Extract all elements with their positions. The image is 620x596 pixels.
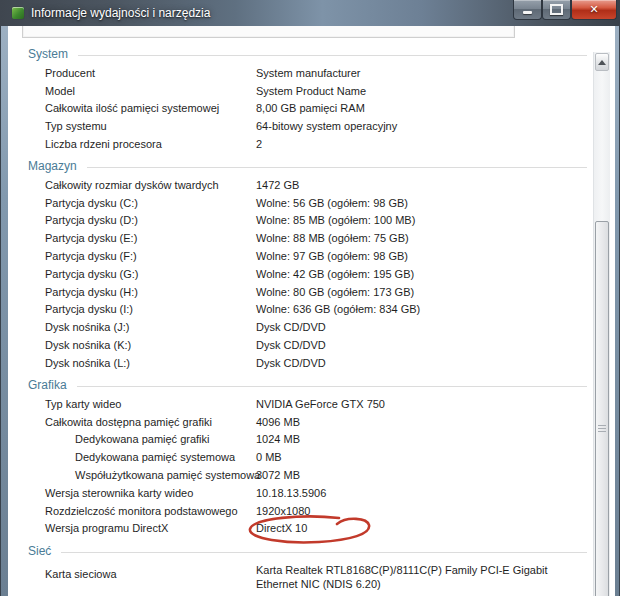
info-row: Dysk nośnika (L:)Dysk CD/DVD <box>28 354 587 372</box>
info-row: Typ systemu64-bitowy system operacyjny <box>28 117 587 135</box>
triangle-up-icon <box>598 60 606 65</box>
minimize-icon <box>523 11 532 14</box>
row-label: Wersja programu DirectX <box>45 522 168 534</box>
info-row: Partycja dysku (G:)Wolne: 42 GB (ogółem:… <box>28 265 587 283</box>
section-divider <box>87 167 587 168</box>
section-network: Sieć Karta sieciowaKarta Realtek RTL8168… <box>28 541 587 593</box>
info-row: Typ karty wideoNVIDIA GeForce GTX 750 <box>28 395 587 413</box>
info-row: Dysk nośnika (K:)Dysk CD/DVD <box>28 336 587 354</box>
row-label: Dedykowana pamięć grafiki <box>45 433 210 445</box>
info-row: Partycja dysku (I:)Wolne: 636 GB (ogółem… <box>28 301 587 319</box>
row-value: 8,00 GB pamięci RAM <box>256 102 365 114</box>
section-system: System ProducentSystem manufacturerModel… <box>28 44 587 153</box>
section-header: Sieć <box>28 541 587 561</box>
row-value: Dysk CD/DVD <box>256 339 326 351</box>
section-title: System <box>28 47 68 61</box>
scrolled-box-bottom-edge <box>22 26 515 38</box>
section-rows: ProducentSystem manufacturerModelSystem … <box>28 64 587 153</box>
row-label: Wersja sterownika karty wideo <box>45 487 193 499</box>
content-area: System ProducentSystem manufacturerModel… <box>8 26 615 596</box>
row-value: NVIDIA GeForce GTX 750 <box>256 398 385 410</box>
info-row: Współużytkowana pamięć systemowa3072 MB <box>28 466 587 484</box>
info-row: Wersja sterownika karty wideo10.18.13.59… <box>28 484 587 502</box>
row-value: 10.18.13.5906 <box>256 487 326 499</box>
section-header: Magazyn <box>28 156 587 176</box>
section-rows: Typ karty wideoNVIDIA GeForce GTX 750Cał… <box>28 395 587 537</box>
row-label: Całkowity rozmiar dysków twardych <box>45 179 219 191</box>
info-row: Partycja dysku (F:)Wolne: 97 GB (ogółem:… <box>28 247 587 265</box>
row-value: Karta Realtek RTL8168C(P)/8111C(P) Famil… <box>256 564 556 591</box>
scrollbar-grip-icon <box>598 425 606 433</box>
close-icon: ✕ <box>589 4 598 15</box>
close-button[interactable]: ✕ <box>571 0 617 20</box>
info-row: ModelSystem Product Name <box>28 82 587 100</box>
row-label: Partycja dysku (G:) <box>45 268 139 280</box>
info-row: Partycja dysku (C:)Wolne: 56 GB (ogółem:… <box>28 194 587 212</box>
info-row: ProducentSystem manufacturer <box>28 64 587 82</box>
info-row: Całkowity rozmiar dysków twardych1472 GB <box>28 176 587 194</box>
row-value: Wolne: 80 GB (ogółem: 173 GB) <box>256 286 414 298</box>
section-rows: Całkowity rozmiar dysków twardych1472 GB… <box>28 176 587 372</box>
row-label: Całkowita ilość pamięci systemowej <box>45 102 219 114</box>
section-header: System <box>28 44 587 64</box>
row-label: Model <box>45 85 75 97</box>
row-value: Wolne: 85 MB (ogółem: 100 MB) <box>256 214 415 226</box>
row-label: Partycja dysku (H:) <box>45 286 138 298</box>
info-row: Liczba rdzeni procesora2 <box>28 135 587 153</box>
section-rows: Karta sieciowaKarta Realtek RTL8168C(P)/… <box>28 561 587 593</box>
info-row: Dedykowana pamięć systemowa0 MB <box>28 448 587 466</box>
titlebar[interactable]: Informacje wydajności i narzędzia ✕ <box>0 0 620 27</box>
section-divider <box>77 386 587 387</box>
row-value: System manufacturer <box>256 67 361 79</box>
performance-info-window: Informacje wydajności i narzędzia ✕ Syst… <box>0 0 620 596</box>
scrollbar-up-button[interactable] <box>595 53 609 71</box>
row-value: 1920x1080 <box>256 505 310 517</box>
row-label: Dedykowana pamięć systemowa <box>45 451 235 463</box>
scrollbar-thumb[interactable] <box>595 221 609 596</box>
row-label: Partycja dysku (C:) <box>45 197 138 209</box>
window-controls: ✕ <box>513 0 617 20</box>
window-border-left <box>0 26 8 596</box>
row-value: Wolne: 636 GB (ogółem: 834 GB) <box>256 303 420 315</box>
info-row: Partycja dysku (H:)Wolne: 80 GB (ogółem:… <box>28 283 587 301</box>
row-value: Dysk CD/DVD <box>256 357 326 369</box>
row-value: Wolne: 42 GB (ogółem: 195 GB) <box>256 268 414 280</box>
section-title: Magazyn <box>28 159 77 173</box>
vertical-scrollbar[interactable] <box>593 52 610 596</box>
maximize-button[interactable] <box>542 0 571 20</box>
info-row: Partycja dysku (E:)Wolne: 88 MB (ogółem:… <box>28 229 587 247</box>
section-title: Grafika <box>28 378 67 392</box>
info-row: Rozdzielczość monitora podstawowego1920x… <box>28 502 587 520</box>
section-divider <box>61 552 587 553</box>
row-value: System Product Name <box>256 85 366 97</box>
section-title: Sieć <box>28 544 51 558</box>
row-label: Dysk nośnika (L:) <box>45 357 130 369</box>
row-value: 0 MB <box>256 451 282 463</box>
row-value: DirectX 10 <box>256 522 307 534</box>
row-label: Typ karty wideo <box>45 398 121 410</box>
row-label: Liczba rdzeni procesora <box>45 138 162 150</box>
section-graphics: Grafika Typ karty wideoNVIDIA GeForce GT… <box>28 375 587 537</box>
row-label: Producent <box>45 67 95 79</box>
window-border-right <box>615 26 620 596</box>
window-title: Informacje wydajności i narzędzia <box>31 6 210 20</box>
row-label: Dysk nośnika (J:) <box>45 321 129 333</box>
row-value: 4096 MB <box>256 416 300 428</box>
row-value: 1472 GB <box>256 179 299 191</box>
row-label: Typ systemu <box>45 120 107 132</box>
info-row: Całkowita ilość pamięci systemowej8,00 G… <box>28 100 587 118</box>
minimize-button[interactable] <box>513 0 542 20</box>
row-value: Wolne: 97 GB (ogółem: 98 GB) <box>256 250 408 262</box>
maximize-icon <box>550 4 563 15</box>
row-value: Wolne: 56 GB (ogółem: 98 GB) <box>256 197 408 209</box>
row-value: 3072 MB <box>256 469 300 481</box>
row-label: Partycja dysku (I:) <box>45 303 133 315</box>
info-row: Całkowita dostępna pamięć grafiki4096 MB <box>28 413 587 431</box>
section-divider <box>78 55 587 56</box>
section-storage: Magazyn Całkowity rozmiar dysków twardyc… <box>28 156 587 372</box>
info-row: Dysk nośnika (J:)Dysk CD/DVD <box>28 318 587 336</box>
row-value: Wolne: 88 MB (ogółem: 75 GB) <box>256 232 409 244</box>
row-label: Współużytkowana pamięć systemowa <box>45 469 260 481</box>
app-icon <box>12 7 24 19</box>
row-label: Karta sieciowa <box>45 561 117 580</box>
